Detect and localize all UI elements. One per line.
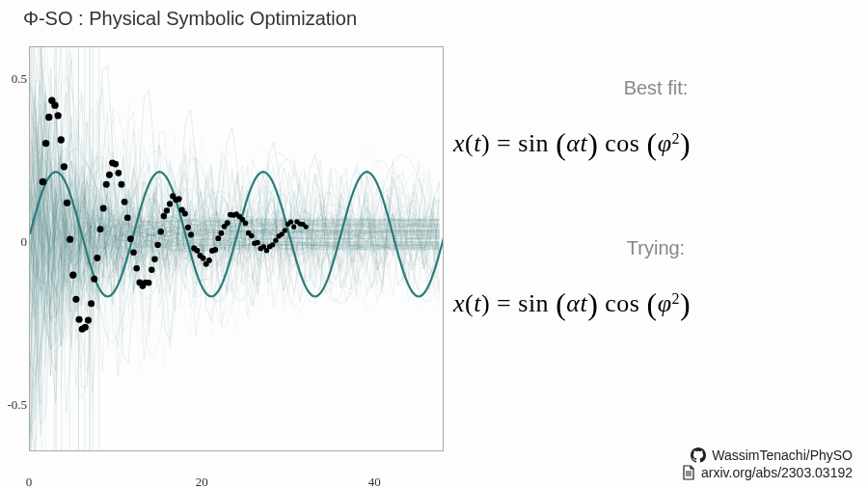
github-icon <box>691 447 706 463</box>
footer: WassimTenachi/PhySO arxiv.org/abs/2303.0… <box>682 446 853 480</box>
svg-point-54 <box>167 201 173 206</box>
svg-point-23 <box>72 296 79 303</box>
svg-point-50 <box>154 242 160 248</box>
svg-point-42 <box>130 249 137 256</box>
svg-point-63 <box>194 248 200 254</box>
svg-point-14 <box>45 114 52 121</box>
github-text: WassimTenachi/PhySO <box>712 447 853 463</box>
svg-point-81 <box>249 233 255 239</box>
svg-point-20 <box>64 200 70 206</box>
svg-point-29 <box>91 276 97 283</box>
svg-point-73 <box>225 220 231 226</box>
svg-point-17 <box>54 112 61 119</box>
chart-container: 0.5 0 -0.5 0 20 40 <box>29 46 444 471</box>
svg-point-65 <box>201 256 206 261</box>
svg-point-88 <box>270 242 275 247</box>
svg-point-47 <box>146 280 152 286</box>
svg-point-70 <box>215 235 221 241</box>
svg-point-34 <box>106 172 113 178</box>
svg-point-43 <box>133 265 140 272</box>
svg-point-31 <box>97 226 104 232</box>
right-panel: Best fit: x(t) = sin (αt) cos (φ2) Tryin… <box>453 46 858 451</box>
trying-label: Trying: <box>453 237 858 259</box>
y-tick: 0 <box>0 234 27 250</box>
svg-point-92 <box>283 228 287 232</box>
y-tick: -0.5 <box>0 397 27 413</box>
svg-point-39 <box>122 199 128 205</box>
svg-point-13 <box>42 140 49 147</box>
svg-point-71 <box>219 230 225 236</box>
best-fit-formula: x(t) = sin (αt) cos (φ2) <box>453 126 858 162</box>
y-tick: 0.5 <box>0 71 27 87</box>
x-tick: 20 <box>196 474 208 488</box>
svg-point-79 <box>243 221 249 227</box>
svg-point-89 <box>273 238 278 243</box>
svg-point-37 <box>115 170 122 176</box>
svg-point-57 <box>176 196 181 202</box>
svg-point-24 <box>75 316 82 323</box>
svg-point-18 <box>58 136 65 143</box>
svg-point-16 <box>51 101 58 108</box>
candidate-curves <box>30 47 440 451</box>
svg-point-21 <box>67 236 73 243</box>
x-tick: 0 <box>26 474 33 488</box>
svg-point-19 <box>61 163 68 170</box>
arxiv-link[interactable]: arxiv.org/abs/2303.03192 <box>682 465 853 480</box>
svg-point-53 <box>164 207 170 213</box>
svg-point-94 <box>288 220 293 225</box>
svg-point-36 <box>112 161 119 168</box>
svg-point-38 <box>119 181 125 188</box>
best-fit-label: Best fit: <box>453 77 858 99</box>
svg-point-61 <box>188 231 194 237</box>
svg-point-52 <box>161 213 167 219</box>
svg-point-67 <box>206 258 212 263</box>
svg-point-40 <box>124 214 131 221</box>
svg-point-59 <box>182 210 188 216</box>
svg-point-95 <box>291 225 296 230</box>
x-tick: 40 <box>368 474 381 488</box>
svg-point-26 <box>82 324 89 331</box>
svg-point-12 <box>40 178 46 185</box>
plot-area <box>29 46 444 451</box>
svg-point-30 <box>94 255 100 261</box>
svg-point-83 <box>255 240 259 245</box>
page-title: Φ-SO : Physical Symbolic Optimization <box>23 8 357 30</box>
document-icon <box>682 465 695 480</box>
svg-point-28 <box>88 300 95 307</box>
svg-point-41 <box>127 235 134 242</box>
svg-point-27 <box>85 317 92 324</box>
svg-point-99 <box>304 225 309 230</box>
svg-point-49 <box>151 257 157 262</box>
arxiv-text: arxiv.org/abs/2303.03192 <box>701 465 853 480</box>
github-link[interactable]: WassimTenachi/PhySO <box>682 447 853 463</box>
svg-point-69 <box>212 247 218 253</box>
svg-point-32 <box>100 205 107 212</box>
svg-point-60 <box>185 225 191 230</box>
svg-point-48 <box>149 266 154 272</box>
svg-point-33 <box>103 181 110 188</box>
trying-formula: x(t) = sin (αt) cos (φ2) <box>453 286 858 322</box>
svg-point-51 <box>158 229 164 234</box>
svg-point-22 <box>69 272 76 279</box>
